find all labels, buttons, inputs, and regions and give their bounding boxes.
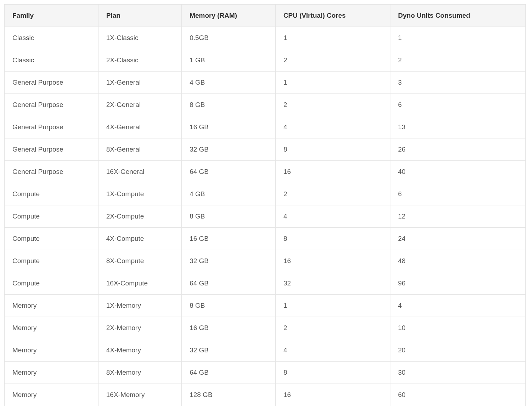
cell-dyno: 60 xyxy=(390,384,526,406)
cell-dyno: 6 xyxy=(390,94,526,116)
cell-family: Classic xyxy=(5,49,98,72)
column-header-memory: Memory (RAM) xyxy=(182,5,276,27)
table-row: General Purpose4X-General16 GB413 xyxy=(5,116,526,138)
cell-dyno: 26 xyxy=(390,138,526,161)
cell-cpu: 8 xyxy=(275,362,390,384)
cell-dyno: 96 xyxy=(390,272,526,295)
column-header-family: Family xyxy=(5,5,98,27)
cell-memory: 16 GB xyxy=(182,116,276,138)
cell-plan: 1X-Compute xyxy=(98,183,181,205)
cell-cpu: 1 xyxy=(275,27,390,49)
cell-plan: 8X-Compute xyxy=(98,250,181,272)
cell-plan: 2X-Classic xyxy=(98,49,181,72)
cell-plan: 4X-Compute xyxy=(98,228,181,250)
cell-plan: 8X-General xyxy=(98,138,181,161)
table-row: General Purpose8X-General32 GB826 xyxy=(5,138,526,161)
cell-family: Classic xyxy=(5,27,98,49)
cell-plan: 16X-Memory xyxy=(98,384,181,406)
cell-memory: 1 GB xyxy=(182,49,276,72)
cell-cpu: 2 xyxy=(275,49,390,72)
cell-plan: 4X-Memory xyxy=(98,339,181,362)
cell-dyno: 20 xyxy=(390,339,526,362)
cell-cpu: 16 xyxy=(275,161,390,183)
cell-dyno: 24 xyxy=(390,228,526,250)
cell-memory: 8 GB xyxy=(182,295,276,317)
cell-plan: 8X-Memory xyxy=(98,362,181,384)
cell-family: Memory xyxy=(5,362,98,384)
cell-cpu: 16 xyxy=(275,250,390,272)
cell-plan: 2X-Memory xyxy=(98,317,181,339)
cell-family: General Purpose xyxy=(5,94,98,116)
cell-memory: 16 GB xyxy=(182,317,276,339)
cell-family: Compute xyxy=(5,205,98,228)
cell-dyno: 6 xyxy=(390,183,526,205)
cell-cpu: 2 xyxy=(275,183,390,205)
table-row: Memory2X-Memory16 GB210 xyxy=(5,317,526,339)
cell-dyno: 10 xyxy=(390,317,526,339)
cell-cpu: 1 xyxy=(275,72,390,94)
cell-family: Memory xyxy=(5,384,98,406)
cell-cpu: 4 xyxy=(275,116,390,138)
cell-plan: 16X-Compute xyxy=(98,272,181,295)
table-header: Family Plan Memory (RAM) CPU (Virtual) C… xyxy=(5,5,526,27)
column-header-dyno: Dyno Units Consumed xyxy=(390,5,526,27)
cell-dyno: 12 xyxy=(390,205,526,228)
cell-family: General Purpose xyxy=(5,138,98,161)
cell-cpu: 2 xyxy=(275,94,390,116)
column-header-cpu: CPU (Virtual) Cores xyxy=(275,5,390,27)
cell-cpu: 2 xyxy=(275,317,390,339)
cell-plan: 1X-Classic xyxy=(98,27,181,49)
cell-memory: 64 GB xyxy=(182,362,276,384)
table-row: Compute8X-Compute32 GB1648 xyxy=(5,250,526,272)
table-row: Memory8X-Memory64 GB830 xyxy=(5,362,526,384)
cell-memory: 128 GB xyxy=(182,384,276,406)
table-row: General Purpose16X-General64 GB1640 xyxy=(5,161,526,183)
cell-family: Compute xyxy=(5,183,98,205)
cell-dyno: 13 xyxy=(390,116,526,138)
table-row: Compute4X-Compute16 GB824 xyxy=(5,228,526,250)
cell-memory: 8 GB xyxy=(182,94,276,116)
cell-dyno: 40 xyxy=(390,161,526,183)
cell-cpu: 1 xyxy=(275,295,390,317)
cell-family: Compute xyxy=(5,250,98,272)
cell-plan: 2X-Compute xyxy=(98,205,181,228)
column-header-plan: Plan xyxy=(98,5,181,27)
cell-memory: 0.5GB xyxy=(182,27,276,49)
cell-cpu: 16 xyxy=(275,384,390,406)
cell-plan: 16X-General xyxy=(98,161,181,183)
cell-family: Memory xyxy=(5,339,98,362)
cell-family: General Purpose xyxy=(5,116,98,138)
dyno-plans-table: Family Plan Memory (RAM) CPU (Virtual) C… xyxy=(4,4,526,406)
cell-memory: 32 GB xyxy=(182,138,276,161)
table-row: Compute1X-Compute4 GB26 xyxy=(5,183,526,205)
cell-cpu: 4 xyxy=(275,339,390,362)
cell-dyno: 1 xyxy=(390,27,526,49)
table-row: General Purpose2X-General8 GB26 xyxy=(5,94,526,116)
table-row: Classic2X-Classic1 GB22 xyxy=(5,49,526,72)
cell-plan: 1X-General xyxy=(98,72,181,94)
table-header-row: Family Plan Memory (RAM) CPU (Virtual) C… xyxy=(5,5,526,27)
cell-cpu: 8 xyxy=(275,138,390,161)
cell-family: Compute xyxy=(5,272,98,295)
table-body: Classic1X-Classic0.5GB11Classic2X-Classi… xyxy=(5,27,526,406)
cell-family: Memory xyxy=(5,317,98,339)
cell-cpu: 4 xyxy=(275,205,390,228)
cell-family: General Purpose xyxy=(5,161,98,183)
cell-memory: 4 GB xyxy=(182,183,276,205)
cell-dyno: 30 xyxy=(390,362,526,384)
cell-plan: 4X-General xyxy=(98,116,181,138)
cell-memory: 32 GB xyxy=(182,339,276,362)
cell-family: Memory xyxy=(5,295,98,317)
cell-memory: 32 GB xyxy=(182,250,276,272)
cell-dyno: 4 xyxy=(390,295,526,317)
cell-memory: 8 GB xyxy=(182,205,276,228)
table-row: Compute16X-Compute64 GB3296 xyxy=(5,272,526,295)
cell-memory: 64 GB xyxy=(182,161,276,183)
cell-dyno: 3 xyxy=(390,72,526,94)
table-row: Memory16X-Memory128 GB1660 xyxy=(5,384,526,406)
cell-cpu: 32 xyxy=(275,272,390,295)
table-row: Memory4X-Memory32 GB420 xyxy=(5,339,526,362)
cell-dyno: 48 xyxy=(390,250,526,272)
table-row: Compute2X-Compute8 GB412 xyxy=(5,205,526,228)
cell-memory: 16 GB xyxy=(182,228,276,250)
